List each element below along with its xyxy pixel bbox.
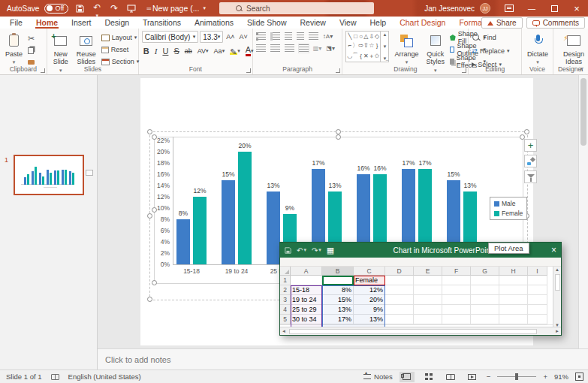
shape-glyph[interactable]: ○ <box>359 33 363 40</box>
underline-button[interactable]: U <box>161 45 170 57</box>
design-ideas-button[interactable]: Design Ideas <box>556 31 588 68</box>
find-button[interactable]: Find <box>472 32 509 43</box>
fit-slide-button[interactable] <box>575 372 583 381</box>
shape-glyph[interactable]: ⌒ <box>352 52 358 60</box>
scroll-up-icon[interactable]: ▲ <box>553 267 561 272</box>
cell-C2[interactable]: 12% <box>354 285 385 295</box>
language-indicator[interactable]: English (United States) <box>68 372 141 381</box>
bullets-icon[interactable] <box>256 32 266 41</box>
shape-glyph[interactable]: ⇨ <box>358 42 363 49</box>
align-right-icon[interactable] <box>285 44 294 53</box>
tab-slide-show[interactable]: Slide Show <box>240 17 294 29</box>
cell-D5[interactable] <box>385 315 414 324</box>
shape-glyph[interactable]: ⌐ <box>348 42 352 49</box>
shape-glyph[interactable]: ＋ <box>369 52 375 60</box>
increase-indent-icon[interactable] <box>297 32 304 41</box>
reuse-slides-button[interactable]: Reuse Slides <box>74 31 98 68</box>
cell-I4[interactable] <box>528 305 547 315</box>
scroll-left-icon[interactable]: ◄ <box>282 329 286 333</box>
tab-chart-design[interactable]: Chart Design <box>393 17 452 29</box>
cell-H5[interactable] <box>499 315 528 324</box>
data-window-close-button[interactable]: × <box>551 245 556 255</box>
cell-B1[interactable]: Male <box>322 276 354 285</box>
bar-female-1[interactable] <box>193 197 207 264</box>
row-header-4[interactable]: 4 <box>280 305 291 315</box>
columns-icon[interactable]: ▥▾ <box>313 45 322 52</box>
column-header-A[interactable]: A <box>291 267 322 276</box>
bar-female-2[interactable] <box>238 152 252 264</box>
selection-handle[interactable] <box>336 134 341 140</box>
selection-handle[interactable] <box>147 297 152 302</box>
tab-view[interactable]: View <box>333 17 363 29</box>
slide-sorter-button[interactable] <box>421 372 436 382</box>
cell-D1[interactable] <box>385 276 414 285</box>
cell-A4[interactable]: 25 to 29 <box>291 305 322 315</box>
tab-transitions[interactable]: Transitions <box>136 17 188 29</box>
column-header-C[interactable]: C <box>354 267 385 276</box>
shape-glyph[interactable]: ╲ <box>348 33 351 40</box>
select-all-corner[interactable] <box>280 267 291 276</box>
cell-A3[interactable]: 19 to 24 <box>291 295 322 305</box>
cell-C4[interactable]: 9% <box>354 305 385 315</box>
shape-glyph[interactable]: 〉 <box>352 41 358 50</box>
numbering-icon[interactable] <box>270 32 280 41</box>
copy-button[interactable] <box>28 45 35 56</box>
tab-review[interactable]: Review <box>294 17 333 29</box>
highlight-color-button[interactable]: ✎▾ <box>228 45 242 57</box>
clipboard-dialog-launcher[interactable] <box>41 68 45 73</box>
column-header-G[interactable]: G <box>471 267 499 276</box>
text-direction-icon[interactable]: ↕A▾ <box>323 33 333 40</box>
zoom-slider[interactable] <box>497 376 536 377</box>
cell-E4[interactable] <box>414 305 442 315</box>
font-size-select[interactable]: 13.3▾ <box>200 31 223 43</box>
font-dialog-launcher[interactable] <box>246 68 251 73</box>
shape-glyph[interactable]: ⇩ <box>369 33 374 40</box>
cut-button[interactable]: ✂ <box>28 33 35 44</box>
row-header-5[interactable]: 5 <box>280 315 291 324</box>
ribbon-display-options-button[interactable] <box>498 0 520 17</box>
cell-I1[interactable] <box>528 276 547 285</box>
cell-E3[interactable] <box>414 295 442 305</box>
tab-help[interactable]: Help <box>363 17 394 29</box>
bar-male-2[interactable] <box>222 180 235 265</box>
cell-B2[interactable]: 8% <box>322 285 354 295</box>
reset-button[interactable]: Reset <box>101 44 140 55</box>
share-button[interactable]: Share <box>481 17 523 29</box>
shape-glyph[interactable]: ✩ <box>375 53 380 59</box>
notes-pane[interactable]: Click to add notes <box>98 348 588 369</box>
cell-H2[interactable] <box>499 285 528 295</box>
save-icon[interactable] <box>285 247 291 254</box>
shape-glyph[interactable]: ✕ <box>363 53 369 59</box>
sheet-vscrollbar[interactable]: ▲▼ <box>553 267 561 328</box>
hscroll-thumb[interactable] <box>289 329 537 334</box>
cell-G1[interactable] <box>471 276 499 285</box>
cell-D2[interactable] <box>385 285 414 295</box>
redo-icon[interactable]: ↷ <box>108 2 120 14</box>
decrease-indent-icon[interactable] <box>285 32 292 41</box>
line-spacing-icon[interactable] <box>309 32 318 41</box>
cell-E1[interactable] <box>414 276 442 285</box>
editor-scrollbar-thumb[interactable] <box>580 78 586 146</box>
column-header-H[interactable]: H <box>499 267 528 276</box>
shape-glyph[interactable]: □ <box>354 33 357 40</box>
cell-H4[interactable] <box>499 305 528 315</box>
chart-styles-button[interactable] <box>524 155 537 167</box>
shape-gallery-scroll[interactable]: ▲▼▼̲ <box>380 32 388 62</box>
zoom-level[interactable]: 91% <box>554 372 568 381</box>
row-header-3[interactable]: 3 <box>280 295 291 305</box>
close-button[interactable]: × <box>565 0 588 17</box>
italic-button[interactable]: I <box>153 45 159 57</box>
zoom-slider-thumb[interactable] <box>515 373 518 380</box>
minimize-button[interactable]: — <box>520 0 543 17</box>
row-header-1[interactable]: 1 <box>280 276 291 285</box>
cell-H3[interactable] <box>499 295 528 305</box>
chart-legend[interactable]: MaleFemale <box>490 197 527 220</box>
normal-view-button[interactable] <box>400 372 415 382</box>
grow-font-button[interactable]: A˄ <box>225 31 236 43</box>
tab-insert[interactable]: Insert <box>65 17 98 29</box>
undo-icon[interactable]: ↶▾ <box>91 2 103 14</box>
column-header-B[interactable]: B <box>322 267 354 276</box>
cell-B4[interactable]: 13% <box>322 305 354 315</box>
maximize-button[interactable] <box>543 0 565 17</box>
bar-male-1[interactable] <box>176 219 190 264</box>
